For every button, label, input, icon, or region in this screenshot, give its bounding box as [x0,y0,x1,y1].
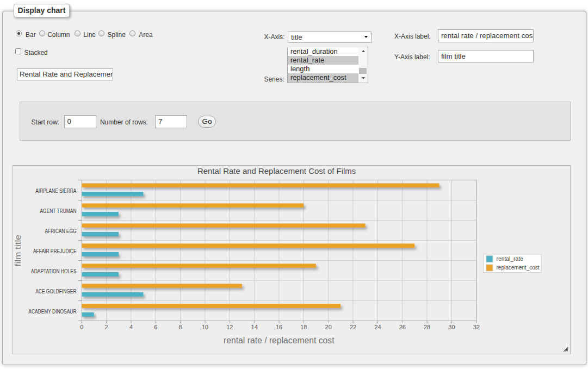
svg-text:18: 18 [300,324,307,330]
svg-text:AIRPLANE SIERRA: AIRPLANE SIERRA [35,188,77,194]
svg-text:22: 22 [350,324,356,330]
svg-text:replacement_cost: replacement_cost [497,264,540,271]
svg-text:32: 32 [473,324,480,330]
svg-text:4: 4 [129,324,133,330]
svg-text:rental rate / replacement cost: rental rate / replacement cost [224,336,335,345]
svg-text:0: 0 [80,324,83,330]
svg-text:12: 12 [226,324,233,330]
svg-text:16: 16 [276,324,282,330]
svg-text:24: 24 [374,324,381,330]
svg-text:30: 30 [448,324,455,330]
svg-text:10: 10 [202,324,208,330]
svg-text:14: 14 [251,324,258,330]
svg-text:8: 8 [179,324,182,330]
svg-text:rental_rate: rental_rate [497,255,523,262]
svg-text:26: 26 [399,324,406,330]
svg-text:AFFAIR PREJUDICE: AFFAIR PREJUDICE [33,248,77,254]
svg-text:AFRICAN EGG: AFRICAN EGG [45,228,77,234]
svg-text:20: 20 [325,324,332,330]
svg-text:6: 6 [154,324,157,330]
svg-text:ACADEMY DINOSAUR: ACADEMY DINOSAUR [28,309,76,315]
svg-text:film title: film title [13,235,22,266]
svg-text:ACE GOLDFINGER: ACE GOLDFINGER [35,289,76,294]
svg-text:AGENT TRUMAN: AGENT TRUMAN [40,208,77,214]
svg-text:Rental Rate and Replacement Co: Rental Rate and Replacement Cost of Film… [197,166,356,175]
svg-text:ADAPTATION HOLES: ADAPTATION HOLES [31,268,77,274]
svg-text:2: 2 [105,324,108,330]
svg-text:28: 28 [424,324,430,330]
